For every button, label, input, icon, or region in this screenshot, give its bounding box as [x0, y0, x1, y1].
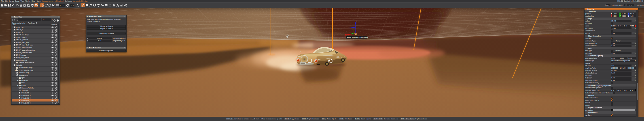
svg-text:98961: PointLight_2 (PointLigh: 98961: PointLight_2 (PointLight) [347, 37, 368, 38]
svg-text:w: w [54, 4, 54, 5]
svg-text:?: ? [57, 20, 58, 21]
